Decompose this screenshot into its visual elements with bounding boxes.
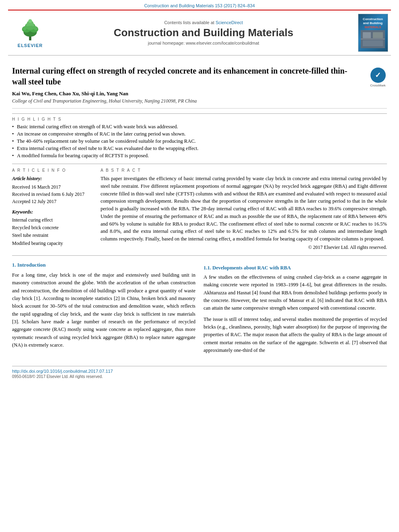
highlights-list: Basic internal curing effect on strength… [12,124,387,159]
page: Construction and Building Materials 153 … [0,0,399,532]
main-body-content: 1. Introduction For a long time, clay br… [12,262,387,358]
main-left-col: 1. Introduction For a long time, clay br… [12,262,195,358]
subsection-heading: 1.1. Developments about RAC with RBA [204,265,387,271]
journal-cover-section: Construction and Building MATERIALS [355,14,391,52]
svg-rect-13 [373,32,383,38]
elsevier-tree-icon [16,18,44,42]
svg-point-9 [31,23,34,26]
abstract-text: This paper investigates the efficiency o… [101,175,387,243]
journal-main-title: Construction and Building Materials [52,27,355,39]
cover-subtitle: MATERIALS [365,26,381,29]
list-item: Basic internal curing effect on strength… [12,124,387,130]
intro-heading: 1. Introduction [12,262,195,268]
journal-title-section: Contents lists available at ScienceDirec… [52,20,355,45]
highlights-divider [12,113,387,114]
page-footer: http://dx.doi.org/10.1016/j.conbuildmat.… [12,366,387,382]
sciencedirect-line: Contents lists available at ScienceDirec… [52,20,355,25]
list-item: An increase on compressive strengths of … [12,131,387,137]
keyword-item: Internal curing effect [12,216,93,224]
list-item: Extra internal curing effect of steel tu… [12,146,387,152]
cover-title: Construction and Building [360,17,386,25]
main-right-col: 1.1. Developments about RAC with RBA A f… [204,262,387,358]
svg-rect-12 [363,32,371,38]
crossmark-section: ✓ CrossMark [369,68,387,87]
revised-date: Received in revised form 6 July 2017 [12,191,93,198]
journal-header: ELSEVIER Contents lists available at Sci… [8,10,391,55]
elsevier-label: ELSEVIER [18,43,43,48]
keyword-item: Modified bearing capacity [12,240,93,247]
article-title: Internal curing effect on strength of re… [12,66,363,87]
copyright-line: © 2017 Elsevier Ltd. All rights reserved… [101,244,387,251]
list-item: A modified formula for bearing capacity … [12,153,387,159]
keyword-item: Steel tube restraint [12,232,93,239]
elsevier-logo-section: ELSEVIER [8,18,52,48]
abstract-label: A B S T R A C T [101,168,387,173]
footer-issn: 0950-0618/© 2017 Elsevier Ltd. All right… [12,374,387,379]
subsection-paragraph2: The issue is still of interest today, an… [204,316,387,355]
received-date: Received 16 March 2017 [12,183,93,191]
journal-ref-text: Construction and Building Materials 153 … [144,3,255,8]
journal-cover-image: Construction and Building MATERIALS [358,14,388,52]
journal-ref: Construction and Building Materials 153 … [0,0,399,10]
elsevier-logo: ELSEVIER [16,18,44,48]
svg-point-8 [26,23,29,26]
article-info-col: A R T I C L E I N F O Article history: R… [12,168,93,251]
svg-point-7 [34,27,37,30]
crossmark-label: CrossMark [370,84,386,87]
article-authors: Kai Wu, Feng Chen, Chao Xu, Shi-qi Lin, … [12,90,363,97]
journal-homepage: journal homepage: www.elsevier.com/locat… [52,41,355,45]
list-item: The 40–60% replacement rate by volume ca… [12,138,387,144]
sciencedirect-link[interactable]: ScienceDirect [216,20,243,25]
article-title-section: Internal curing effect on strength of re… [12,60,387,109]
sciencedirect-prefix: Contents lists available at [164,20,214,25]
accepted-date: Accepted 12 July 2017 [12,198,93,205]
body-divider [12,255,387,256]
article-affiliation: College of Civil and Transportation Engi… [12,98,363,104]
keywords-label: Keywords: [12,209,93,215]
highlights-label: H I G H L I G H T S [12,117,387,121]
page-content: Internal curing effect on strength of re… [0,55,399,362]
crossmark-icon: ✓ [370,68,386,83]
history-label: Article history: [12,176,93,182]
info-divider [12,164,387,164]
footer-doi[interactable]: http://dx.doi.org/10.1016/j.conbuildmat.… [12,369,387,374]
article-info-abstract-section: A R T I C L E I N F O Article history: R… [12,168,387,251]
svg-point-10 [28,19,32,23]
svg-point-6 [23,27,27,30]
subsection-paragraph1: A few studies on the effectiveness of us… [204,273,387,312]
svg-rect-14 [363,40,383,46]
article-info-label: A R T I C L E I N F O [12,168,93,173]
intro-paragraph1: For a long time, clay brick is one of th… [12,271,195,349]
homepage-text: journal homepage: www.elsevier.com/locat… [148,41,259,45]
abstract-col: A B S T R A C T This paper investigates … [101,168,387,251]
cover-image-placeholder [361,30,385,48]
keyword-item: Recycled brick concrete [12,224,93,232]
